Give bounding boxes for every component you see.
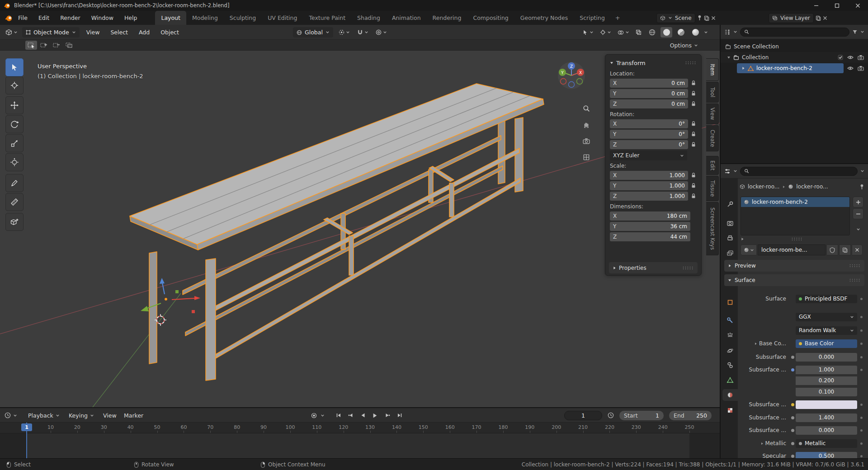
lock-icon[interactable]: [691, 141, 696, 147]
filter-icon[interactable]: [852, 29, 858, 35]
material-name-field[interactable]: locker-room-be...: [758, 244, 826, 255]
next-keyframe-button[interactable]: [382, 411, 393, 420]
tab-view-layer[interactable]: [722, 247, 738, 259]
subsurface-method-dropdown[interactable]: Random Walk: [796, 326, 857, 335]
dimensions-x-field[interactable]: X180 cm: [610, 212, 690, 221]
subsurface-radius-x-field[interactable]: 1.000: [796, 366, 857, 374]
list-grip[interactable]: [791, 237, 803, 241]
maximize-button[interactable]: [826, 0, 847, 11]
unlink-scene-icon[interactable]: [711, 16, 716, 20]
surface-panel-header[interactable]: Surface: [724, 274, 864, 286]
perspective-toggle-button[interactable]: [580, 151, 592, 163]
npanel-tab-create[interactable]: Create: [706, 125, 719, 151]
rotation-y-field[interactable]: Y0°: [610, 130, 688, 139]
pin-icon[interactable]: [859, 184, 864, 190]
overlays-dropdown[interactable]: [616, 27, 631, 38]
npanel-tab-edit[interactable]: Edit: [706, 156, 719, 175]
decorate-icon[interactable]: [860, 298, 863, 300]
viewport-3d[interactable]: Object Mode View Select Add Object Globa…: [0, 25, 720, 407]
timeline-ruler[interactable]: 1102030405060708090100110120130140150160…: [0, 423, 720, 433]
workspace-tab-rendering[interactable]: Rendering: [427, 11, 467, 25]
lock-icon[interactable]: [691, 193, 696, 199]
shading-material-button[interactable]: [675, 27, 687, 38]
zoom-button[interactable]: [580, 103, 592, 114]
workspace-tab-compositing[interactable]: Compositing: [467, 11, 514, 25]
view-layer-id-pill[interactable]: View Layer: [769, 13, 814, 23]
scale-y-field[interactable]: Y1.000: [610, 181, 688, 190]
render-visibility-icon[interactable]: [858, 55, 864, 60]
slot-list-resize[interactable]: [741, 236, 850, 242]
editor-type-button[interactable]: [4, 27, 19, 38]
properties-subpanel-header[interactable]: Properties: [609, 262, 698, 273]
tool-cursor[interactable]: [5, 76, 24, 94]
pivot-point-button[interactable]: [337, 27, 352, 38]
viewport-menu-select[interactable]: Select: [106, 27, 132, 38]
tool-rotate[interactable]: [5, 115, 24, 133]
viewport-menu-view[interactable]: View: [82, 27, 104, 38]
decorate-icon[interactable]: [860, 455, 863, 457]
timeline-editor-type-button[interactable]: [5, 408, 17, 423]
select-mode-subtract-button[interactable]: [51, 41, 62, 50]
tool-scale[interactable]: [5, 134, 24, 152]
tool-select-box[interactable]: [5, 58, 24, 76]
viewport-menu-object[interactable]: Object: [156, 27, 183, 38]
object-visibility-dropdown[interactable]: [580, 27, 595, 38]
current-frame-field[interactable]: 1: [564, 411, 602, 420]
add-material-slot-button[interactable]: [853, 197, 863, 207]
use-preview-range-icon[interactable]: [608, 412, 614, 418]
workspace-tab-geometry-nodes[interactable]: Geometry Nodes: [514, 11, 574, 25]
npanel-tab-tissue[interactable]: Tissue: [706, 176, 719, 201]
properties-editor-icon[interactable]: [724, 168, 731, 174]
play-reverse-button[interactable]: [357, 411, 368, 420]
subsurface-color-swatch[interactable]: [796, 400, 857, 409]
shading-solid-button[interactable]: [660, 27, 672, 38]
proportional-editing-button[interactable]: [374, 27, 389, 38]
gizmo-x-neg-axis[interactable]: [561, 79, 566, 85]
npanel-tab-screencast-keys[interactable]: Screencast Keys: [706, 202, 719, 255]
chevron-down-icon[interactable]: [733, 30, 737, 34]
lock-icon[interactable]: [691, 131, 696, 137]
transform-panel-header[interactable]: Transform: [610, 57, 697, 68]
new-material-button[interactable]: [839, 244, 851, 255]
scene-id-pill[interactable]: Scene: [656, 13, 695, 23]
outliner-search-input[interactable]: [740, 28, 849, 37]
decorate-icon[interactable]: [860, 404, 863, 406]
properties-search-input[interactable]: [740, 167, 858, 176]
outliner-row-scene-collection[interactable]: Scene Collection: [721, 41, 868, 52]
auto-keying-button[interactable]: [308, 411, 320, 420]
workspace-tab-shading[interactable]: Shading: [351, 11, 386, 25]
panel-grip[interactable]: [682, 266, 694, 270]
scale-z-field[interactable]: Z1.000: [610, 192, 688, 201]
add-workspace-button[interactable]: +: [611, 14, 625, 21]
viewport-menu-add[interactable]: Add: [135, 27, 154, 38]
hide-eye-icon[interactable]: [847, 66, 854, 70]
workspace-tab-animation[interactable]: Animation: [386, 11, 427, 25]
play-button[interactable]: [369, 411, 381, 420]
select-mode-extend-button[interactable]: [38, 41, 50, 50]
mode-dropdown[interactable]: Object Mode: [22, 27, 80, 38]
workspace-tab-uv-editing[interactable]: UV Editing: [262, 11, 303, 25]
close-button[interactable]: [847, 0, 868, 11]
npanel-tab-item[interactable]: Item: [706, 58, 719, 81]
subsurface-ior-field[interactable]: 1.400: [796, 414, 857, 422]
rotation-x-field[interactable]: X0°: [610, 119, 688, 128]
minimize-button[interactable]: [806, 0, 826, 11]
location-y-field[interactable]: Y0 cm: [610, 89, 688, 98]
workspace-tab-sculpting[interactable]: Sculpting: [224, 11, 262, 25]
checkbox-icon[interactable]: [838, 55, 843, 60]
chevron-down-icon[interactable]: [704, 30, 708, 34]
rotation-z-field[interactable]: Z0°: [610, 140, 688, 149]
shading-wireframe-button[interactable]: [646, 27, 658, 38]
workspace-tab-modeling[interactable]: Modeling: [186, 11, 224, 25]
subsurface-field[interactable]: 0.000: [796, 353, 857, 362]
material-slot-list[interactable]: locker-room-bench-2: [741, 197, 850, 235]
tab-physics[interactable]: [722, 345, 738, 357]
tab-output[interactable]: [722, 232, 738, 244]
prev-keyframe-button[interactable]: [345, 411, 356, 420]
panel-grip[interactable]: [849, 264, 861, 268]
dimensions-y-field[interactable]: Y36 cm: [610, 222, 690, 231]
navigation-gizmo[interactable]: Z Y X: [557, 61, 586, 89]
decorate-icon[interactable]: [860, 316, 863, 318]
distribution-dropdown[interactable]: GGX: [796, 313, 857, 321]
tool-transform[interactable]: [5, 153, 24, 171]
